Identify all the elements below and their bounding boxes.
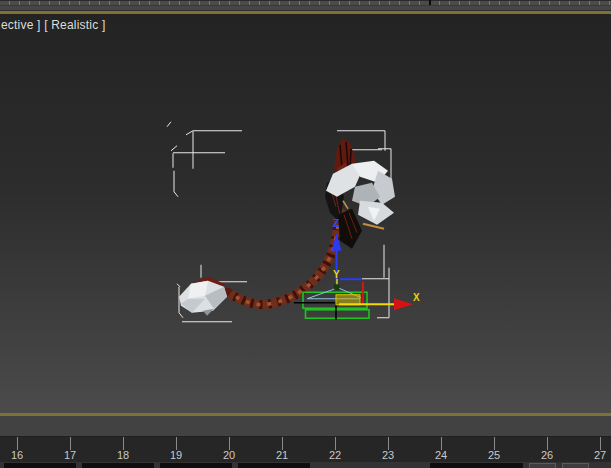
frame-number: 23 bbox=[382, 449, 394, 461]
axe-handle[interactable] bbox=[226, 212, 341, 304]
status-field-top[interactable] bbox=[238, 463, 310, 468]
frame-number: 20 bbox=[223, 449, 235, 461]
frame-number: 16 bbox=[11, 449, 23, 461]
frame-number: 26 bbox=[541, 449, 553, 461]
time-slider-strip[interactable] bbox=[0, 416, 611, 436]
y-axis-label: Y bbox=[333, 268, 340, 279]
status-field-top[interactable] bbox=[4, 463, 76, 468]
z-axis-label: Z bbox=[333, 217, 339, 228]
frame-number: 24 bbox=[435, 449, 447, 461]
frame-number: 22 bbox=[329, 449, 341, 461]
y-axis-handle[interactable]: Y bbox=[333, 268, 340, 284]
status-button-top[interactable] bbox=[562, 463, 589, 468]
status-field-top[interactable] bbox=[430, 463, 523, 468]
perspective-viewport[interactable]: ective ] [ Realistic ] bbox=[0, 14, 611, 414]
status-field-top[interactable] bbox=[82, 463, 154, 468]
axe-pommel-crystal[interactable] bbox=[179, 276, 233, 315]
status-button-top[interactable] bbox=[529, 463, 556, 468]
gizmo-center[interactable] bbox=[335, 284, 340, 289]
frame-number: 17 bbox=[64, 449, 76, 461]
status-field-top[interactable] bbox=[160, 463, 232, 468]
track-bar[interactable]: 161718192021222324252627 bbox=[0, 436, 611, 463]
viewport-scene: Z Y X bbox=[0, 14, 611, 414]
frame-number: 18 bbox=[117, 449, 129, 461]
max-window: ective ] [ Realistic ] bbox=[0, 0, 611, 468]
frame-number: 21 bbox=[276, 449, 288, 461]
wireframe-lines bbox=[294, 302, 336, 319]
frame-number: 25 bbox=[488, 449, 500, 461]
status-strip bbox=[0, 462, 611, 468]
x-axis-label: X bbox=[413, 291, 420, 302]
frame-number: 27 bbox=[594, 449, 606, 461]
frame-number: 19 bbox=[170, 449, 182, 461]
